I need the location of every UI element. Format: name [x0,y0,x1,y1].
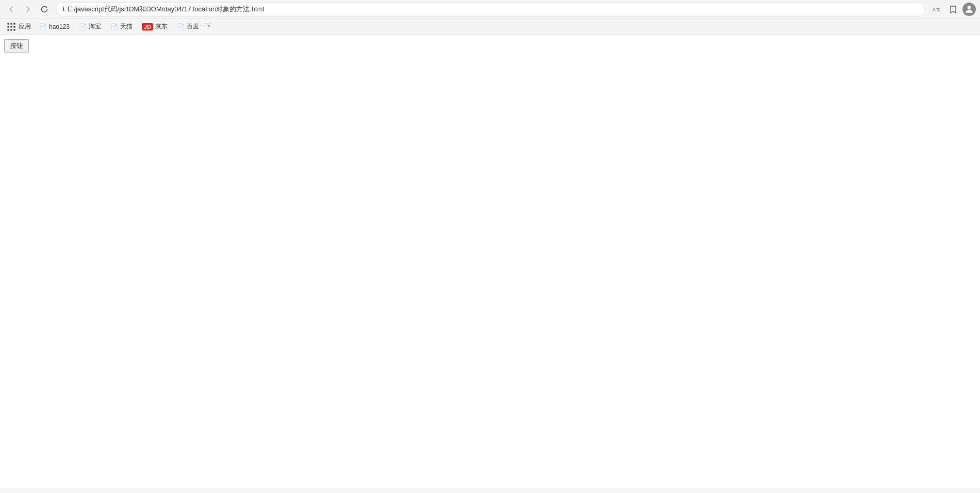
bookmark-tianmao[interactable]: 📄 天猫 [106,21,137,32]
favorite-button[interactable] [946,2,960,16]
back-button[interactable] [4,2,19,16]
bookmark-jd-icon: JD [142,23,153,30]
reload-button[interactable] [37,2,52,16]
svg-point-2 [968,6,971,9]
page-main-button[interactable]: 按钮 [4,39,29,53]
bookmark-baidu-label: 百度一下 [187,22,211,31]
nav-right-icons: A 文 [929,2,976,16]
bookmark-baidu[interactable]: 📄 百度一下 [173,21,215,32]
svg-text:A: A [933,7,936,12]
bookmark-hao123-label: hao123 [49,23,70,30]
svg-text:文: 文 [936,7,940,12]
bookmarks-bar: 应用 📄 hao123 📄 淘宝 📄 天猫 JD 京东 📄 百度一下 [0,19,980,35]
bookmark-baidu-icon: 📄 [177,23,185,30]
nav-bar: ℹ A 文 [0,0,980,19]
address-bar-container[interactable]: ℹ [56,2,925,16]
browser-frame: ℹ A 文 [0,0,980,488]
apps-grid-icon [7,23,15,31]
profile-avatar[interactable] [962,3,976,16]
forward-button[interactable] [21,2,35,16]
bookmark-taobao[interactable]: 📄 淘宝 [75,21,105,32]
page-content: 按钮 [0,35,980,488]
translate-button[interactable]: A 文 [929,2,944,16]
address-bar[interactable] [68,5,919,13]
bookmark-taobao-icon: 📄 [79,23,87,30]
bookmark-jd[interactable]: JD 京东 [138,21,172,32]
bookmark-jd-label: 京东 [155,22,168,31]
bookmark-tianmao-label: 天猫 [120,22,132,31]
apps-button[interactable]: 应用 [4,21,34,32]
bookmark-hao123-icon: 📄 [39,23,47,30]
bookmark-hao123[interactable]: 📄 hao123 [35,22,74,31]
bookmark-taobao-label: 淘宝 [89,22,101,31]
bookmark-tianmao-icon: 📄 [110,23,118,30]
apps-label: 应用 [19,22,31,31]
info-icon: ℹ [62,6,64,12]
